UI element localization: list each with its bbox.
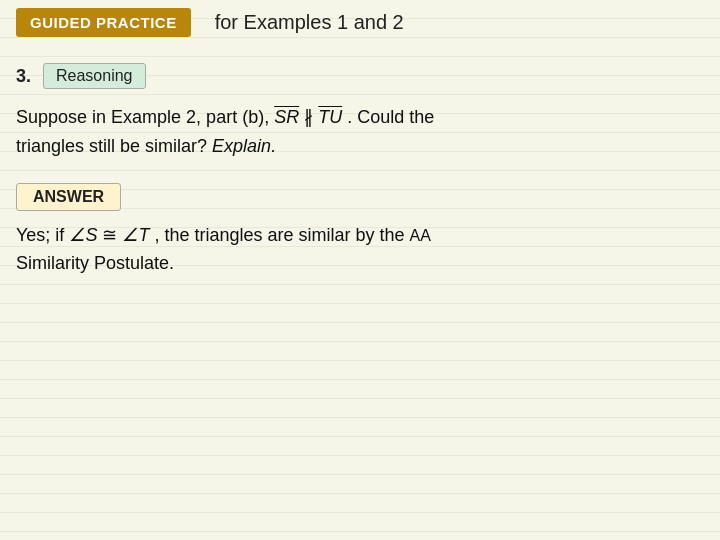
explain-label: Explain. — [212, 136, 276, 156]
answer-text-part2: , the triangles are similar by the — [154, 225, 404, 245]
sr-label: SR — [274, 107, 299, 127]
answer-badge: ANSWER — [16, 183, 121, 211]
congruent-symbol: ≅ — [102, 225, 117, 245]
aa-label: AA — [410, 227, 431, 244]
answer-text-part3: Similarity Postulate. — [16, 253, 174, 273]
answer-text: Yes; if ∠S ≅ ∠T , the triangles are simi… — [16, 221, 704, 279]
tu-label: TU — [318, 107, 342, 127]
body-line1: Suppose in Example 2, part (b), — [16, 107, 269, 127]
header-title: for Examples 1 and 2 — [215, 11, 404, 34]
not-parallel-symbol: ∦ — [304, 107, 313, 127]
problem-number: 3. — [16, 66, 31, 87]
problem-row: 3. Reasoning — [0, 55, 720, 93]
answer-section: ANSWER Yes; if ∠S ≅ ∠T , the triangles a… — [0, 165, 720, 287]
body-line3: triangles still be similar? — [16, 136, 207, 156]
body-line2: . Could the — [347, 107, 434, 127]
angle-s: ∠S — [69, 225, 97, 245]
angle-t: ∠T — [122, 225, 149, 245]
answer-text-part1: Yes; if — [16, 225, 64, 245]
guided-practice-badge: GUIDED PRACTICE — [16, 8, 191, 37]
reasoning-badge: Reasoning — [43, 63, 146, 89]
header-bar: GUIDED PRACTICE for Examples 1 and 2 — [0, 0, 720, 45]
body-text: Suppose in Example 2, part (b), SR ∦ TU … — [0, 93, 720, 165]
page-content: GUIDED PRACTICE for Examples 1 and 2 3. … — [0, 0, 720, 286]
